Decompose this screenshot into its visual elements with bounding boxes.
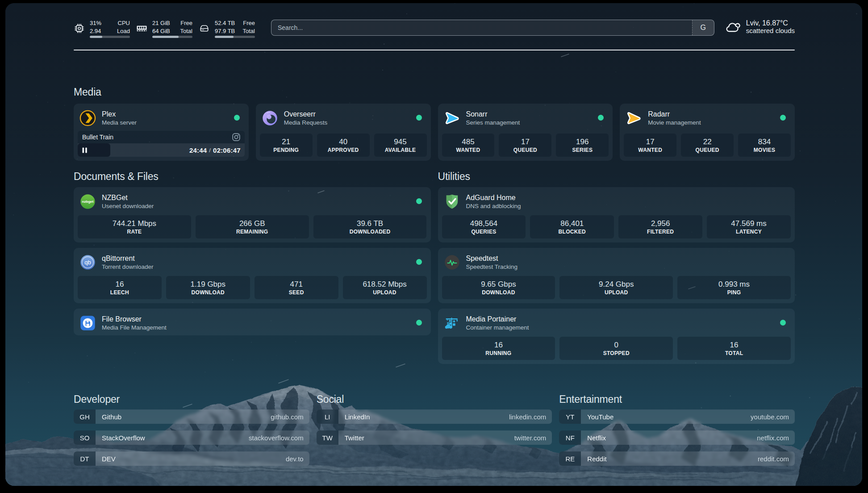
stat-label: DOWNLOAD [192,289,225,296]
resource-progress-track [90,36,130,38]
memory-icon [136,23,147,34]
service-header: RadarrMovie management [624,108,791,126]
desktop-stage: 31%CPU2.94Load 21 GiBFree64 GiBTotal 52.… [0,0,868,493]
weather-condition: scattered clouds [746,27,795,35]
elapsed-time: 24:44 [189,146,207,154]
stat-block: 744.21 MbpsRATE [78,215,191,238]
bookmark-abbr: DT [74,451,96,466]
service-card-qbittorrent[interactable]: qbqBittorrentTorrent downloader16LEECH1.… [74,248,431,303]
stat-label: QUERIES [471,228,496,235]
bookmark-reddit[interactable]: RERedditreddit.com [559,451,795,466]
bookmark-group-entertainment: EntertainmentYTYouTubeyoutube.comNFNetfl… [559,393,795,466]
stat-block: 17QUEUED [499,134,551,157]
stat-value: 1.19 Gbps [191,280,225,289]
bookmark-linkedin[interactable]: LILinkedInlinkedin.com [317,409,552,424]
stat-label: QUEUED [696,146,719,154]
resource-row: 52.4 TBFree [215,19,255,27]
service-stats: 17WANTED22QUEUED834MOVIES [624,134,791,157]
sonarr-icon [444,110,460,126]
section-title-utilities: Utilities [438,170,795,183]
svg-text:nzbget: nzbget [82,200,93,204]
service-card-plex[interactable]: PlexMedia serverBullet Train 24:44/02:06… [74,104,249,161]
bookmark-list: LILinkedInlinkedin.comTWTwittertwitter.c… [317,409,552,445]
service-name: Radarr [648,110,701,119]
search-input[interactable] [271,20,692,35]
stat-block: 1.19 GbpsDOWNLOAD [166,276,250,299]
media-cards: PlexMedia serverBullet Train 24:44/02:06… [74,104,795,161]
resource-value: 31% [90,19,101,27]
stat-value: 17 [646,137,655,146]
resource-label: Load [117,27,130,35]
stat-value: 22 [703,137,712,146]
service-card-overseerr[interactable]: OverseerrMedia Requests21PENDING40APPROV… [256,104,431,161]
view-icon-svg [232,133,241,142]
status-dot-online [416,198,422,204]
stat-block: 40APPROVED [317,134,370,157]
stat-label: RUNNING [485,350,511,357]
bookmark-stackoverflow[interactable]: SOStackOverflowstackoverflow.com [74,430,309,445]
stat-block: 471SEED [255,276,338,299]
resource-value: 52.4 TB [215,19,235,27]
stat-block: 16TOTAL [677,337,791,360]
stat-block: 2,956FILTERED [618,215,702,238]
search-provider-button[interactable]: G [692,20,714,35]
bookmark-abbr: LI [317,409,338,424]
service-header: OverseerrMedia Requests [260,108,427,126]
service-description: Series management [466,119,520,126]
bookmark-dev[interactable]: DTDEVdev.to [74,451,309,466]
service-description: Torrent downloader [102,263,154,271]
stat-label: LATENCY [736,228,762,235]
service-name: Speedtest [466,254,518,263]
bookmark-group-social: SocialLILinkedInlinkedin.comTWTwittertwi… [317,393,552,466]
disk-icon-svg [199,23,210,34]
resource-row: 21 GiBFree [152,19,192,27]
bookmark-youtube[interactable]: YTYouTubeyoutube.com [559,409,795,424]
cpu-icon [74,23,85,34]
stat-block: 9.65 GbpsDOWNLOAD [442,276,555,299]
resource-rows: 21 GiBFree64 GiBTotal [152,19,192,35]
resource-row: 2.94Load [90,27,130,35]
service-description: DNS and adblocking [466,202,521,210]
status-dot-online [780,320,786,326]
service-name: Media Portainer [466,315,529,324]
service-header: SonarrSeries management [442,108,609,126]
stat-label: SEED [289,289,304,296]
service-card-speedtest[interactable]: SpeedtestSpeedtest Tracking9.65 GbpsDOWN… [438,248,795,303]
service-card-sonarr[interactable]: SonarrSeries management485WANTED17QUEUED… [438,104,613,161]
documents-cards: nzbgetNZBGetUsenet downloader744.21 Mbps… [74,187,431,335]
stat-block: 86,401BLOCKED [530,215,614,238]
service-name: NZBGet [102,193,154,202]
stat-value: 0.993 ms [718,280,750,289]
stat-block: 9.24 GbpsUPLOAD [559,276,673,299]
filebrowser-icon-svg [79,315,96,331]
service-card-radarr[interactable]: RadarrMovie management17WANTED22QUEUED83… [620,104,795,161]
plex-icon-svg [79,110,96,126]
bookmark-url: stackoverflow.com [249,430,309,445]
bookmark-url: dev.to [286,451,309,466]
service-names: AdGuard HomeDNS and adblocking [466,193,521,210]
service-card-nzbget[interactable]: nzbgetNZBGetUsenet downloader744.21 Mbps… [74,187,431,242]
bookmark-abbr: YT [559,409,581,424]
resource-value: 64 GiB [152,27,170,35]
stat-value: 16 [494,340,503,350]
total-time: 02:06:47 [213,146,241,154]
stat-value: 485 [462,137,474,146]
service-card-media-portainer[interactable]: Media PortainerContainer management16RUN… [438,309,795,364]
weather-widget[interactable]: Lviv, 16.87°C scattered clouds [725,19,795,35]
stat-label: PENDING [273,146,299,154]
bookmark-netflix[interactable]: NFNetflixnetflix.com [559,430,795,445]
resource-row: 64 GiBTotal [152,27,192,35]
status-dot-online [416,259,422,265]
stat-block: 16LEECH [78,276,162,299]
bookmark-abbr: GH [74,409,96,424]
nzbget-icon: nzbget [79,193,96,210]
bookmark-twitter[interactable]: TWTwittertwitter.com [317,430,552,445]
service-card-adguard-home[interactable]: AdGuard HomeDNS and adblocking498,564QUE… [438,187,795,242]
bookmark-github[interactable]: GHGithubgithub.com [74,409,309,424]
time-separator: / [207,147,213,154]
stat-label: SERIES [572,146,593,154]
memory-icon-svg [136,23,147,34]
stat-value: 21 [282,137,290,146]
bookmark-name: DEV [96,451,116,466]
service-card-file-browser[interactable]: File BrowserMedia File Management [74,309,431,335]
